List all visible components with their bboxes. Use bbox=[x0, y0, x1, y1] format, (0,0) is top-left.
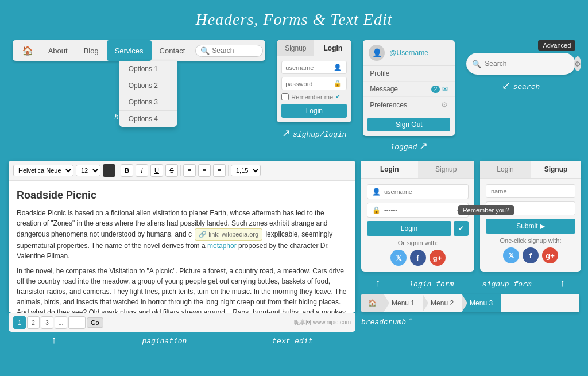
header-menu: 🏠 About Blog Services Contact 🔍 bbox=[13, 40, 266, 61]
message-label: Message bbox=[370, 85, 398, 93]
breadcrumb-label: breadcrumb bbox=[361, 318, 406, 327]
logged-username: @Username bbox=[389, 49, 428, 57]
nav-search-input[interactable] bbox=[212, 46, 258, 55]
login-form-box: Login Signup 👤 🔒 Remember you? Login bbox=[361, 161, 474, 272]
nav-services[interactable]: Services bbox=[107, 40, 152, 61]
signup-tab[interactable]: Signup bbox=[277, 40, 314, 56]
login-check-button[interactable]: ✔ bbox=[454, 221, 469, 236]
login-signup-forms: Login Signup 👤 🔒 Remember you? Login bbox=[361, 161, 579, 272]
signup-login-panel: Signup Login 👤 🔒 Remember me ✔ Login bbox=[277, 40, 351, 122]
login-username-row: 👤 bbox=[367, 184, 469, 199]
user-icon: 👤 bbox=[372, 188, 381, 196]
username-row: 👤 bbox=[281, 61, 347, 74]
bold-button[interactable]: B bbox=[121, 164, 133, 177]
page-3-btn[interactable]: 3 bbox=[41, 316, 53, 329]
line-height-select[interactable]: 1,15 bbox=[231, 165, 261, 176]
login-form-body: 👤 🔒 Remember you? Login ✔ Or signin with… bbox=[361, 179, 474, 272]
link-tooltip[interactable]: 🔗 link: wikipedia.org bbox=[195, 228, 262, 241]
sl-form: 👤 🔒 Remember me ✔ Login bbox=[277, 56, 351, 122]
twitter-login-btn[interactable]: 𝕏 bbox=[390, 250, 407, 266]
breadcrumb-home[interactable]: 🏠 bbox=[361, 294, 384, 312]
preferences-menu-item[interactable]: Preferences ⚙ bbox=[363, 97, 455, 113]
signout-button[interactable]: Sign Out bbox=[368, 118, 450, 131]
signup-submit-button[interactable]: Submit ▶ bbox=[486, 219, 575, 234]
page-go-button[interactable]: Go bbox=[87, 317, 103, 328]
signup-form-box: Login Signup Submit ▶ One-click signup w… bbox=[480, 161, 581, 272]
font-family-select[interactable]: Helvetica Neue bbox=[13, 165, 74, 176]
dropdown-option3[interactable]: Options 3 bbox=[119, 94, 177, 111]
breadcrumb: 🏠 Menu 1 Menu 2 Menu 3 bbox=[361, 294, 579, 312]
dropdown-option1[interactable]: Options 1 bbox=[119, 61, 177, 77]
remember-label: Remember me bbox=[291, 94, 333, 100]
username-input[interactable] bbox=[285, 64, 331, 71]
lock-icon: 🔒 bbox=[372, 206, 381, 214]
forms-section: Login Signup 👤 🔒 Remember you? Login bbox=[361, 161, 579, 346]
signup-btn-row: Submit ▶ bbox=[486, 219, 575, 234]
dropdown-option2[interactable]: Options 2 bbox=[119, 77, 177, 94]
nav-contact[interactable]: Contact bbox=[152, 40, 194, 61]
color-button[interactable] bbox=[103, 164, 115, 177]
pagination: 1 2 3 ... Go bbox=[13, 316, 103, 329]
message-menu-item[interactable]: Message 2 ✉ bbox=[363, 82, 455, 97]
login-submit-button[interactable]: Login bbox=[367, 221, 451, 236]
text-edit-label: text edit bbox=[272, 337, 312, 346]
font-size-select[interactable]: 12 bbox=[76, 165, 100, 176]
check-icon: ✔ bbox=[335, 93, 341, 100]
login-password-input[interactable] bbox=[384, 207, 463, 214]
sl-login-button[interactable]: Login bbox=[281, 104, 347, 118]
align-center-button[interactable]: ≡ bbox=[198, 164, 211, 177]
signup-with-label: One-click signup with: bbox=[486, 237, 575, 244]
text-editor: Helvetica Neue 12 B I U S ≡ ≡ ≡ 1,15 bbox=[9, 161, 355, 313]
dropdown-option4[interactable]: Options 4 bbox=[119, 111, 177, 127]
login-username-input[interactable] bbox=[384, 188, 463, 195]
facebook-login-btn[interactable]: f bbox=[410, 250, 426, 266]
login-tab[interactable]: Login bbox=[314, 40, 351, 56]
remember-checkbox[interactable] bbox=[281, 93, 289, 100]
signup-form-body: Submit ▶ One-click signup with: 𝕏 f g+ bbox=[480, 179, 581, 269]
password-input[interactable] bbox=[285, 80, 331, 87]
nav-about[interactable]: About bbox=[40, 40, 76, 61]
editor-para1: Roadside Picnic is based on a fictional … bbox=[17, 208, 347, 261]
nav-home[interactable]: 🏠 bbox=[15, 40, 40, 61]
metaphor-link[interactable]: metaphor bbox=[207, 242, 237, 250]
preferences-label: Preferences bbox=[370, 101, 407, 109]
twitter-signup-btn[interactable]: 𝕏 bbox=[503, 247, 519, 263]
breadcrumb-menu2[interactable]: Menu 2 bbox=[423, 294, 462, 312]
nav-blog[interactable]: Blog bbox=[76, 40, 107, 61]
message-badge: 2 bbox=[431, 86, 440, 93]
search-input[interactable] bbox=[485, 60, 571, 68]
align-left-button[interactable]: ≡ bbox=[183, 164, 196, 177]
page-go-input[interactable] bbox=[68, 316, 86, 329]
profile-label: Profile bbox=[370, 69, 389, 77]
signup-form-signup-tab[interactable]: Signup bbox=[531, 161, 581, 178]
signup-form-login-tab[interactable]: Login bbox=[480, 161, 531, 178]
signup-name-input[interactable] bbox=[491, 188, 570, 195]
login-social-btns: 𝕏 f g+ bbox=[367, 250, 469, 266]
advanced-badge: Advanced bbox=[538, 40, 575, 51]
italic-button[interactable]: I bbox=[136, 164, 148, 177]
login-form-login-tab[interactable]: Login bbox=[361, 161, 418, 178]
breadcrumb-menu3[interactable]: Menu 3 bbox=[462, 294, 501, 312]
toolbar-divider bbox=[118, 165, 118, 176]
facebook-signup-btn[interactable]: f bbox=[523, 247, 539, 263]
search-box: 🔍 ⚙ bbox=[466, 53, 575, 75]
strikethrough-button[interactable]: S bbox=[165, 164, 178, 177]
nav-search-box: 🔍 bbox=[195, 45, 263, 57]
align-right-button[interactable]: ≡ bbox=[213, 164, 226, 177]
editor-content[interactable]: Roadside Picnic Roadside Picnic is based… bbox=[9, 181, 355, 313]
underline-button[interactable]: U bbox=[150, 164, 163, 177]
header-menu-section: 🏠 About Blog Services Contact 🔍 Options … bbox=[13, 40, 266, 122]
page-title: Headers, Forms & Text Edit bbox=[0, 0, 588, 34]
search-gear-button[interactable]: ⚙ bbox=[574, 56, 581, 71]
login-form-signup-tab[interactable]: Signup bbox=[418, 161, 475, 178]
page-1-btn[interactable]: 1 bbox=[13, 316, 26, 329]
signup-name-row bbox=[486, 184, 575, 198]
page-ellipsis-btn[interactable]: ... bbox=[55, 316, 67, 329]
profile-menu-item[interactable]: Profile bbox=[363, 66, 455, 82]
avatar: 👤 bbox=[369, 45, 385, 61]
google-signup-btn[interactable]: g+ bbox=[542, 247, 558, 263]
google-login-btn[interactable]: g+ bbox=[430, 250, 446, 266]
breadcrumb-menu1[interactable]: Menu 1 bbox=[384, 294, 423, 312]
editor-title: Roadside Picnic bbox=[17, 188, 347, 203]
page-2-btn[interactable]: 2 bbox=[27, 316, 40, 329]
